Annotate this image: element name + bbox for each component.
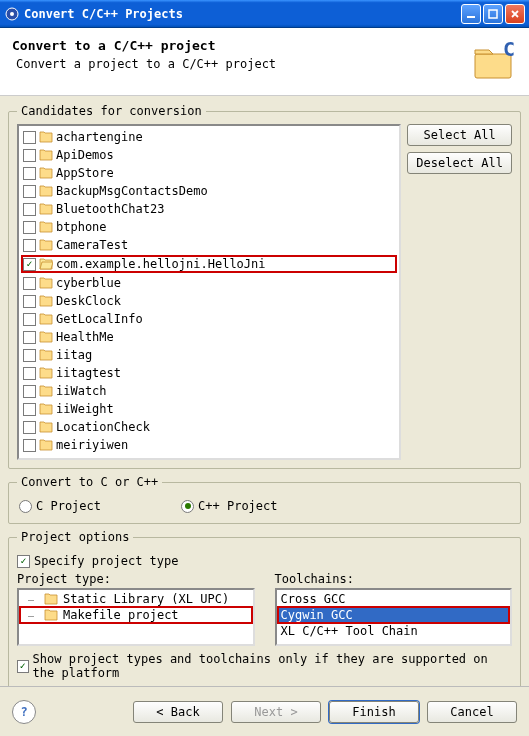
candidate-item[interactable]: AppStore <box>21 164 397 182</box>
candidate-checkbox[interactable] <box>23 258 36 271</box>
candidate-label: meiriyiwen <box>56 438 128 452</box>
candidate-item[interactable]: iitagtest <box>21 364 397 382</box>
candidate-item[interactable]: GetLocalInfo <box>21 310 397 328</box>
candidate-checkbox[interactable] <box>23 131 36 144</box>
candidate-label: AppStore <box>56 166 114 180</box>
candidate-item[interactable]: meiriyiwen <box>21 436 397 454</box>
candidate-item[interactable]: LocationCheck <box>21 418 397 436</box>
supported-only-label: Show project types and toolchains only i… <box>33 652 512 680</box>
folder-icon <box>38 330 54 344</box>
candidate-checkbox[interactable] <box>23 239 36 252</box>
candidate-checkbox[interactable] <box>23 185 36 198</box>
candidate-checkbox[interactable] <box>23 295 36 308</box>
maximize-button[interactable] <box>483 4 503 24</box>
folder-icon <box>38 202 54 216</box>
candidate-item[interactable]: iiWeight <box>21 400 397 418</box>
candidate-item[interactable]: BackupMsgContactsDemo <box>21 182 397 200</box>
candidate-item[interactable]: cyberblue <box>21 274 397 292</box>
candidate-item[interactable]: com.example.hellojni.HelloJni <box>21 255 397 273</box>
candidates-legend: Candidates for conversion <box>17 104 206 118</box>
svg-point-1 <box>10 12 14 16</box>
candidate-item[interactable]: CameraTest <box>21 236 397 254</box>
candidate-checkbox[interactable] <box>23 367 36 380</box>
page-description: Convert a project to a C/C++ project <box>12 57 469 71</box>
footer: ? < Back Next > Finish Cancel <box>0 686 529 736</box>
finish-button[interactable]: Finish <box>329 701 419 723</box>
window-title: Convert C/C++ Projects <box>24 7 461 21</box>
close-button[interactable] <box>505 4 525 24</box>
cancel-button[interactable]: Cancel <box>427 701 517 723</box>
specify-type-checkbox[interactable] <box>17 555 30 568</box>
candidate-checkbox[interactable] <box>23 349 36 362</box>
candidate-checkbox[interactable] <box>23 149 36 162</box>
candidate-item[interactable]: iitag <box>21 346 397 364</box>
cpp-project-radio[interactable] <box>181 500 194 513</box>
toolchains-list[interactable]: Cross GCCCygwin GCCXL C/C++ Tool Chain <box>275 588 513 646</box>
folder-icon <box>43 608 59 622</box>
folder-icon <box>38 402 54 416</box>
candidate-label: com.example.hellojni.HelloJni <box>56 257 266 271</box>
candidate-label: btphone <box>56 220 107 234</box>
folder-icon <box>38 130 54 144</box>
title-bar: Convert C/C++ Projects <box>0 0 529 28</box>
svg-rect-2 <box>467 16 475 18</box>
candidate-label: iiWeight <box>56 402 114 416</box>
folder-icon <box>38 220 54 234</box>
supported-only-checkbox[interactable] <box>17 660 29 673</box>
project-type-item[interactable]: –Makefile project <box>20 607 252 623</box>
candidates-list[interactable]: achartengineApiDemosAppStoreBackupMsgCon… <box>17 124 401 460</box>
folder-icon <box>38 312 54 326</box>
candidate-checkbox[interactable] <box>23 167 36 180</box>
candidate-item[interactable]: DeskClock <box>21 292 397 310</box>
minimize-button[interactable] <box>461 4 481 24</box>
candidate-checkbox[interactable] <box>23 277 36 290</box>
candidate-checkbox[interactable] <box>23 421 36 434</box>
toolchain-item[interactable]: Cygwin GCC <box>278 607 510 623</box>
candidate-label: BluetoothChat23 <box>56 202 164 216</box>
candidate-checkbox[interactable] <box>23 385 36 398</box>
candidate-checkbox[interactable] <box>23 439 36 452</box>
candidate-label: iitagtest <box>56 366 121 380</box>
next-button[interactable]: Next > <box>231 701 321 723</box>
candidate-checkbox[interactable] <box>23 403 36 416</box>
candidate-label: DeskClock <box>56 294 121 308</box>
toolchain-label: XL C/C++ Tool Chain <box>281 624 418 638</box>
candidate-checkbox[interactable] <box>23 331 36 344</box>
candidate-label: BackupMsgContactsDemo <box>56 184 208 198</box>
tree-branch-icon: – <box>23 607 39 623</box>
folder-icon <box>38 148 54 162</box>
candidate-label: GetLocalInfo <box>56 312 143 326</box>
candidate-checkbox[interactable] <box>23 221 36 234</box>
candidate-item[interactable]: btphone <box>21 218 397 236</box>
candidate-label: CameraTest <box>56 238 128 252</box>
convert-to-group: Convert to C or C++ C Project C++ Projec… <box>8 475 521 524</box>
back-button[interactable]: < Back <box>133 701 223 723</box>
toolchain-item[interactable]: XL C/C++ Tool Chain <box>278 623 510 639</box>
candidate-label: LocationCheck <box>56 420 150 434</box>
folder-icon <box>38 294 54 308</box>
cpp-project-label: C++ Project <box>198 499 277 513</box>
candidate-checkbox[interactable] <box>23 203 36 216</box>
folder-icon <box>38 184 54 198</box>
project-type-label: Makefile project <box>63 608 179 622</box>
folder-icon <box>38 384 54 398</box>
deselect-all-button[interactable]: Deselect All <box>407 152 512 174</box>
c-project-radio[interactable] <box>19 500 32 513</box>
toolchains-label: Toolchains: <box>275 572 513 586</box>
candidate-item[interactable]: BluetoothChat23 <box>21 200 397 218</box>
help-button[interactable]: ? <box>12 700 36 724</box>
folder-icon <box>38 257 54 271</box>
candidate-item[interactable]: achartengine <box>21 128 397 146</box>
select-all-button[interactable]: Select All <box>407 124 512 146</box>
folder-icon <box>38 438 54 452</box>
candidate-item[interactable]: iiWatch <box>21 382 397 400</box>
svg-text:C: C <box>503 38 515 61</box>
project-type-item[interactable]: –Static Library (XL UPC) <box>20 591 252 607</box>
project-type-list[interactable]: –Static Library (XL UPC)–Makefile projec… <box>17 588 255 646</box>
candidate-item[interactable]: ApiDemos <box>21 146 397 164</box>
candidate-item[interactable]: HealthMe <box>21 328 397 346</box>
specify-type-label: Specify project type <box>34 554 179 568</box>
project-type-label: Static Library (XL UPC) <box>63 592 229 606</box>
candidate-checkbox[interactable] <box>23 313 36 326</box>
toolchain-item[interactable]: Cross GCC <box>278 591 510 607</box>
